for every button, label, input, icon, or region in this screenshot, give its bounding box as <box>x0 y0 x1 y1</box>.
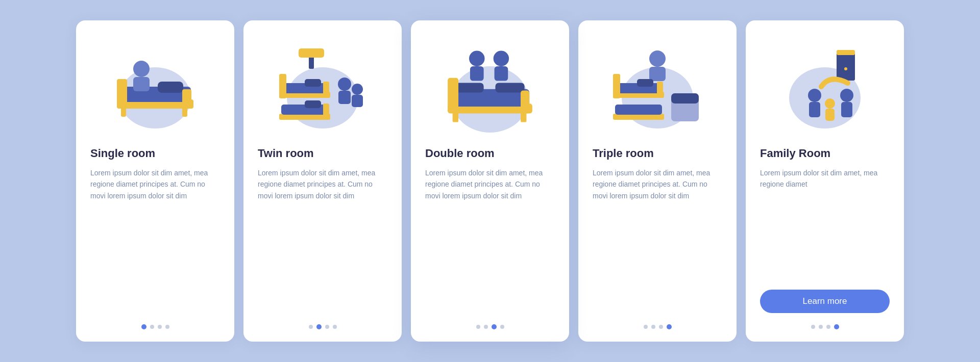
card-double-room: Double room Lorem ipsum dolor sit dim am… <box>411 20 569 342</box>
dot-4 <box>333 325 337 329</box>
dot-3 <box>659 325 663 329</box>
single-room-title: Single room <box>90 147 220 160</box>
svg-rect-13 <box>305 79 321 87</box>
dot-2 <box>651 325 655 329</box>
svg-point-32 <box>469 51 484 66</box>
twin-room-text: Lorem ipsum dolor sit dim amet, mea regi… <box>258 167 387 313</box>
dot-1 <box>476 325 480 329</box>
twin-room-dots <box>309 324 337 329</box>
svg-rect-56 <box>841 102 852 117</box>
svg-rect-44 <box>615 105 662 115</box>
svg-rect-3 <box>117 79 127 107</box>
svg-rect-31 <box>521 112 526 122</box>
dot-1 <box>309 325 313 329</box>
svg-rect-6 <box>182 108 187 117</box>
card-twin-room: Twin room Lorem ipsum dolor sit dim amet… <box>243 20 402 342</box>
dot-4 <box>834 324 839 329</box>
svg-rect-17 <box>281 105 328 115</box>
svg-rect-35 <box>495 66 508 81</box>
svg-rect-52 <box>809 102 820 117</box>
family-room-dots <box>811 324 839 329</box>
svg-rect-40 <box>637 79 653 87</box>
svg-rect-2 <box>158 82 183 93</box>
triple-room-text: Lorem ipsum dolor sit dim amet, mea regi… <box>593 167 722 313</box>
svg-point-20 <box>338 77 351 91</box>
dot-1 <box>644 325 648 329</box>
svg-point-55 <box>840 89 853 102</box>
svg-point-7 <box>133 61 150 77</box>
card-triple-room: Triple room Lorem ipsum dolor sit dim am… <box>578 20 737 342</box>
dot-2 <box>819 325 823 329</box>
svg-point-50 <box>844 67 847 70</box>
svg-rect-27 <box>495 83 524 92</box>
triple-room-dots <box>644 324 672 329</box>
svg-rect-47 <box>671 93 699 104</box>
svg-rect-12 <box>281 83 328 93</box>
svg-rect-18 <box>305 100 321 108</box>
twin-room-illustration <box>272 36 374 138</box>
double-room-title: Double room <box>425 147 555 160</box>
svg-point-34 <box>494 51 509 66</box>
svg-rect-15 <box>323 82 329 98</box>
svg-rect-41 <box>613 74 620 98</box>
triple-room-illustration <box>606 36 708 138</box>
svg-point-53 <box>825 98 835 109</box>
dot-3 <box>826 325 830 329</box>
dot-4 <box>667 324 672 329</box>
dot-3 <box>158 325 162 329</box>
family-room-illustration <box>774 36 876 138</box>
family-room-title: Family Room <box>760 147 890 160</box>
single-room-dots <box>141 324 169 329</box>
svg-rect-42 <box>657 82 663 98</box>
svg-rect-19 <box>323 104 329 120</box>
svg-rect-21 <box>338 91 351 104</box>
svg-rect-8 <box>133 77 150 91</box>
svg-rect-4 <box>182 89 191 109</box>
svg-rect-37 <box>649 67 666 81</box>
single-room-text: Lorem ipsum dolor sit dim amet, mea regi… <box>90 167 220 313</box>
svg-rect-33 <box>470 66 484 81</box>
svg-rect-10 <box>299 48 324 58</box>
dot-2 <box>484 325 488 329</box>
card-family-room: Family Room Lorem ipsum dolor sit dim am… <box>746 20 904 342</box>
single-room-illustration <box>104 36 206 138</box>
svg-rect-54 <box>825 109 835 121</box>
cards-container: Single room Lorem ipsum dolor sit dim am… <box>56 5 924 357</box>
dot-1 <box>141 324 146 329</box>
double-room-text: Lorem ipsum dolor sit dim amet, mea regi… <box>425 167 555 313</box>
dot-4 <box>165 325 169 329</box>
dot-2 <box>150 325 154 329</box>
family-room-text: Lorem ipsum dolor sit dim amet, mea regi… <box>760 167 890 280</box>
dot-1 <box>811 325 815 329</box>
svg-rect-26 <box>454 83 483 92</box>
svg-rect-48 <box>837 53 855 81</box>
svg-point-51 <box>808 89 821 102</box>
twin-room-title: Twin room <box>258 147 387 160</box>
svg-rect-28 <box>448 78 458 113</box>
svg-point-22 <box>352 84 363 95</box>
svg-rect-30 <box>453 112 458 122</box>
learn-more-button[interactable]: Learn more <box>760 290 890 313</box>
card-single-room: Single room Lorem ipsum dolor sit dim am… <box>76 20 234 342</box>
svg-rect-49 <box>837 50 855 55</box>
svg-rect-23 <box>352 95 363 107</box>
dot-3 <box>492 324 497 329</box>
dot-4 <box>500 325 504 329</box>
double-room-illustration <box>439 36 541 138</box>
double-room-dots <box>476 324 504 329</box>
svg-rect-5 <box>121 108 126 117</box>
triple-room-title: Triple room <box>593 147 722 160</box>
dot-3 <box>325 325 329 329</box>
svg-point-36 <box>649 50 666 67</box>
svg-rect-29 <box>521 91 529 114</box>
dot-2 <box>316 324 322 329</box>
svg-rect-14 <box>279 74 286 98</box>
